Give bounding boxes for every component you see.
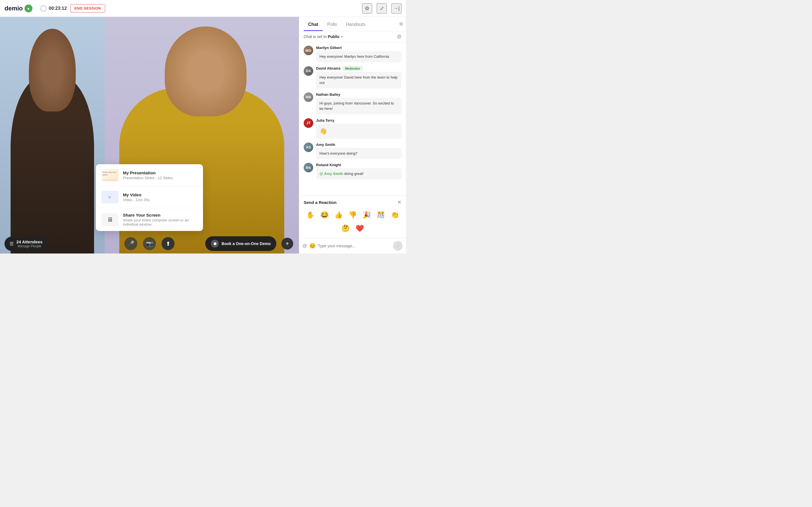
at-symbol: @ — [319, 172, 324, 176]
reaction-close-button[interactable]: ✕ — [397, 199, 402, 205]
tab-handouts[interactable]: Handouts — [342, 17, 370, 31]
message-roland: RK Roland Knight @ Amy Smith doing great… — [304, 163, 402, 179]
reaction-emoji-confetti[interactable]: 🎊 — [375, 210, 386, 220]
media-item-presentation[interactable]: My Presentation Presentation Slides - 12… — [96, 164, 203, 186]
person-left-figure — [0, 17, 105, 253]
reaction-panel: Send a Reaction ✕ ✋ 😂 👍 👎 🎉 🎊 👏 🤔 ❤️ — [299, 195, 406, 238]
presentation-info: My Presentation Presentation Slides - 12… — [123, 170, 197, 180]
message-name-row-nathan: Nathan Bailey — [316, 93, 402, 97]
panel-header-actions: ⧉ — [400, 21, 403, 26]
video-info: My Video Video - 12m 35s — [123, 192, 197, 202]
message-name-nathan: Nathan Bailey — [316, 93, 340, 97]
book-demo-label: Book a One-on-One Demo — [221, 241, 271, 246]
mention-suffix: doing great! — [343, 172, 363, 176]
chat-status-bar: Chat is set to Public ▾ @ — [299, 31, 406, 42]
message-name-row-amy: Amy Smith — [316, 143, 402, 147]
messages-area: MG Marilyn Gilbert Hey everyone! Marilyn… — [299, 42, 406, 195]
message-name-david: David Abrams — [316, 66, 341, 70]
message-content-roland: Roland Knight @ Amy Smith doing great! — [316, 163, 402, 179]
chat-input[interactable] — [318, 244, 391, 248]
presentation-thumbnail — [101, 169, 118, 181]
attendees-count: 24 Attendees — [16, 239, 43, 244]
avatar-amy: AS — [304, 143, 313, 152]
message-name-amy: Amy Smith — [316, 143, 335, 147]
panel-tabs: Chat Polls Handouts — [304, 17, 402, 31]
microphone-button[interactable]: 🎤 — [124, 237, 137, 250]
demo-icon: ⏺ — [211, 240, 219, 247]
input-emoji-button[interactable]: 😊 — [309, 243, 315, 249]
logo: demio ● — [4, 4, 33, 12]
message-name-row-julia: Julia Terry — [316, 118, 402, 122]
reaction-emoji-thumbsdown[interactable]: 👎 — [347, 210, 358, 220]
share-button[interactable]: ⬆ — [161, 237, 174, 250]
chat-status-value: Public — [328, 34, 340, 39]
message-content-marilyn: Marilyn Gilbert Hey everyone! Marilyn he… — [316, 46, 402, 62]
message-name-row-david: David Abrams Moderator — [316, 66, 402, 71]
plus-icon: + — [286, 240, 289, 247]
media-item-screen[interactable]: 🖥 Share Your Screen Share your entire co… — [96, 208, 203, 231]
right-panel: Chat Polls Handouts ⧉ Chat is set to Pub… — [299, 17, 406, 253]
timer-display: 00:23:12 — [49, 6, 67, 11]
reaction-emoji-think[interactable]: 🤔 — [340, 223, 351, 233]
message-content-david: David Abrams Moderator Hey everyone! Dav… — [316, 66, 402, 89]
avatar-marilyn: MG — [304, 46, 313, 55]
media-selector-popup: My Presentation Presentation Slides - 12… — [96, 164, 203, 231]
message-bubble-nathan: Hi guys, joining from Vancouver. So exci… — [316, 98, 402, 114]
video-area: My Presentation Presentation Slides - 12… — [0, 17, 299, 253]
book-demo-button[interactable]: ⏺ Book a One-on-One Demo — [205, 236, 276, 251]
media-item-video[interactable]: My Video Video - 12m 35s — [96, 186, 203, 208]
avatar-david: DA — [304, 66, 313, 76]
logo-icon: ● — [24, 4, 33, 12]
menu-icon: ☰ — [10, 241, 13, 246]
message-name-row-roland: Roland Knight — [316, 163, 402, 167]
video-title: My Video — [123, 192, 197, 197]
camera-button[interactable]: 📷 — [143, 237, 156, 250]
reaction-emoji-party[interactable]: 🎉 — [361, 210, 372, 220]
mention-amy: Amy Smith — [324, 172, 343, 176]
person-left-video — [0, 17, 105, 253]
enter-button[interactable]: →| — [391, 3, 402, 13]
tab-polls[interactable]: Polls — [323, 17, 342, 31]
chat-status-text: Chat is set to Public ▾ — [304, 34, 343, 39]
panel-header: Chat Polls Handouts ⧉ — [299, 17, 406, 31]
message-nathan: NB Nathan Bailey Hi guys, joining from V… — [304, 93, 402, 114]
reaction-emoji-thumbsup[interactable]: 👍 — [333, 210, 344, 220]
end-session-button[interactable]: END SESSION — [70, 4, 105, 12]
message-content-nathan: Nathan Bailey Hi guys, joining from Vanc… — [316, 93, 402, 114]
screen-subtitle: Share your entire computer screen or an … — [123, 218, 197, 226]
logo-text: demio — [4, 5, 23, 12]
presentation-title: My Presentation — [123, 170, 197, 175]
external-link-icon[interactable]: ⧉ — [400, 21, 403, 26]
reaction-header: Send a Reaction ✕ — [299, 196, 406, 208]
message-amy: AS Amy Smith How's everyone doing? — [304, 143, 402, 159]
settings-button[interactable]: ⚙ — [362, 3, 372, 13]
screen-info: Share Your Screen Share your entire comp… — [123, 213, 197, 226]
screen-title: Share Your Screen — [123, 213, 197, 217]
tab-chat[interactable]: Chat — [304, 17, 323, 31]
attendees-button[interactable]: ☰ 24 Attendees Manage People — [4, 237, 48, 251]
chevron-down-icon[interactable]: ▾ — [341, 35, 343, 39]
input-area: @ 😊 ↑ — [299, 238, 406, 253]
reaction-emoji-clap[interactable]: 👏 — [390, 210, 400, 220]
screen-thumbnail: 🖥 — [101, 213, 118, 226]
microphone-icon: 🎤 — [128, 240, 135, 247]
reaction-emoji-heart[interactable]: ❤️ — [354, 223, 365, 233]
message-bubble-amy: How's everyone doing? — [316, 148, 402, 159]
plus-button[interactable]: + — [282, 238, 293, 249]
message-marilyn: MG Marilyn Gilbert Hey everyone! Marilyn… — [304, 46, 402, 62]
video-subtitle: Video - 12m 35s — [123, 198, 197, 202]
reaction-emoji-hand[interactable]: ✋ — [305, 210, 316, 220]
wave-emoji: 👋 — [319, 128, 327, 135]
message-bubble-roland: @ Amy Smith doing great! — [316, 168, 402, 179]
message-name-roland: Roland Knight — [316, 163, 341, 167]
expand-button[interactable]: ⤢ — [377, 3, 387, 13]
chat-status-prefix: Chat is set to — [304, 34, 327, 39]
header: demio ● 00:23:12 END SESSION ⚙ ⤢ →| — [0, 0, 406, 17]
send-button[interactable]: ↑ — [393, 241, 403, 251]
at-mention-icon[interactable]: @ — [397, 34, 402, 39]
reaction-emoji-laugh[interactable]: 😂 — [319, 210, 330, 220]
input-at-icon[interactable]: @ — [303, 243, 307, 248]
avatar-julia: JT — [304, 118, 313, 128]
presentation-thumb-inner — [101, 169, 118, 181]
reaction-title: Send a Reaction — [304, 200, 337, 205]
